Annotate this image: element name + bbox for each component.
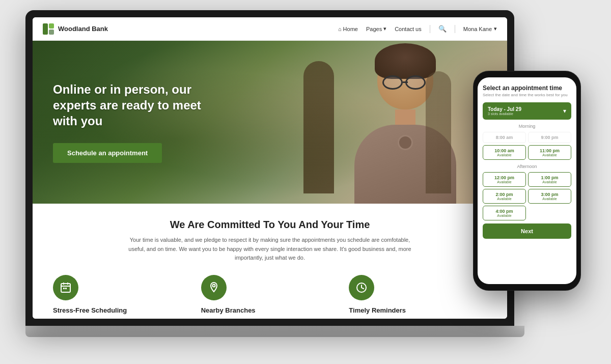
nav-user[interactable]: Mona Kane ▾ bbox=[463, 25, 497, 32]
logo-text: Woodland Bank bbox=[58, 25, 108, 33]
laptop-base bbox=[25, 326, 524, 337]
hero-title: Online or in person, our experts are rea… bbox=[53, 81, 226, 129]
nav-pages[interactable]: Pages ▾ bbox=[366, 25, 386, 32]
hero-section: Online or in person, our experts are rea… bbox=[33, 41, 507, 204]
time-slot-2pm[interactable]: 2:00 pm Available bbox=[483, 189, 526, 204]
laptop-frame: Woodland Bank ⌂ Home Pages ▾ Contact us bbox=[25, 10, 514, 326]
calendar-icon bbox=[53, 275, 78, 300]
phone-app-title: Select an appointment time bbox=[483, 85, 571, 92]
nav-home[interactable]: ⌂ Home bbox=[338, 26, 358, 32]
svg-rect-8 bbox=[65, 288, 67, 289]
person-head bbox=[377, 51, 433, 109]
website-content: Woodland Bank ⌂ Home Pages ▾ Contact us bbox=[33, 17, 507, 319]
feature-item-reminders: Timely Reminders Our automated confirmat… bbox=[349, 275, 487, 319]
svg-rect-1 bbox=[49, 23, 54, 29]
glasses-right bbox=[405, 75, 426, 90]
features-title: We Are Committed To You And Your Time bbox=[53, 219, 487, 231]
search-icon[interactable]: 🔍 bbox=[438, 25, 447, 33]
features-section: We Are Committed To You And Your Time Yo… bbox=[33, 204, 507, 319]
time-slot-3pm[interactable]: 3:00 pm Available bbox=[528, 189, 571, 204]
morning-slots: 8:00 am 9:00 pm 10:00 am Available 11:00… bbox=[483, 132, 571, 160]
svg-rect-0 bbox=[43, 23, 48, 35]
location-icon bbox=[201, 275, 227, 300]
features-grid: Stress-Free Scheduling Our online schedu… bbox=[53, 275, 487, 319]
necklace-detail bbox=[398, 135, 413, 150]
bg-person-1 bbox=[303, 61, 334, 193]
clock-icon bbox=[349, 275, 374, 300]
logo-area: Woodland Bank bbox=[43, 23, 108, 35]
feature-item-scheduling: Stress-Free Scheduling Our online schedu… bbox=[53, 275, 191, 319]
time-slot-12pm[interactable]: 12:00 pm Available bbox=[483, 172, 526, 187]
nav-links: ⌂ Home Pages ▾ Contact us 🔍 Mona Kane bbox=[338, 25, 497, 33]
time-slot-8am[interactable]: 8:00 am bbox=[483, 132, 526, 143]
afternoon-label: Afternoon bbox=[483, 164, 571, 169]
time-slot-11pm[interactable]: 11:00 pm Available bbox=[528, 145, 571, 160]
time-slot-4pm[interactable]: 4:00 pm Available bbox=[483, 206, 526, 220]
date-selector[interactable]: Today - Jul 29 3 slots available ▾ bbox=[483, 102, 571, 120]
feature-title-branches: Nearby Branches bbox=[201, 306, 256, 314]
phone-screen: Select an appointment time Select the da… bbox=[478, 77, 576, 284]
glasses-bridge bbox=[403, 81, 408, 83]
phone-frame: Select an appointment time Select the da… bbox=[474, 71, 580, 290]
nav-contact[interactable]: Contact us bbox=[395, 26, 422, 32]
hero-content: Online or in person, our experts are rea… bbox=[33, 61, 246, 184]
features-subtitle: Your time is valuable, and we pledge to … bbox=[122, 236, 418, 263]
svg-point-9 bbox=[212, 284, 215, 287]
user-chevron-icon: ▾ bbox=[494, 25, 497, 32]
laptop-screen: Woodland Bank ⌂ Home Pages ▾ Contact us bbox=[33, 17, 507, 319]
time-slot-10am[interactable]: 10:00 am Available bbox=[483, 145, 526, 160]
date-slots: 3 slots available bbox=[488, 112, 521, 116]
feature-title-scheduling: Stress-Free Scheduling bbox=[53, 306, 127, 314]
logo-icon bbox=[43, 23, 54, 35]
nav-divider bbox=[430, 25, 430, 33]
hero-image bbox=[303, 41, 487, 204]
laptop-device: Woodland Bank ⌂ Home Pages ▾ Contact us bbox=[25, 10, 524, 346]
feature-desc-branches: We make it easy to choose the location t… bbox=[201, 318, 335, 319]
person-hair bbox=[375, 43, 436, 79]
glasses-left bbox=[382, 75, 403, 90]
svg-rect-7 bbox=[63, 288, 65, 289]
phone-device: Select an appointment time Select the da… bbox=[474, 71, 580, 290]
phone-notch bbox=[512, 71, 542, 75]
nav-divider-2 bbox=[455, 25, 455, 33]
chevron-down-icon: ▾ bbox=[563, 107, 566, 115]
feature-title-reminders: Timely Reminders bbox=[349, 306, 406, 314]
next-button[interactable]: Next bbox=[483, 223, 571, 239]
person-neck bbox=[395, 109, 415, 125]
morning-label: Morning bbox=[483, 124, 571, 129]
chevron-down-icon: ▾ bbox=[383, 25, 386, 32]
bg-person-2 bbox=[426, 71, 451, 193]
feature-desc-scheduling: Our online scheduler makes it easy to ge… bbox=[53, 318, 191, 319]
feature-item-branches: Nearby Branches We make it easy to choos… bbox=[201, 275, 339, 319]
time-slot-1pm[interactable]: 1:00 pm Available bbox=[528, 172, 571, 187]
time-slot-9pm[interactable]: 9:00 pm bbox=[528, 132, 571, 143]
schedule-appointment-button[interactable]: Schedule an appointment bbox=[53, 143, 162, 163]
navbar: Woodland Bank ⌂ Home Pages ▾ Contact us bbox=[33, 17, 507, 41]
phone-app-subtitle: Select the date and time the works best … bbox=[483, 93, 571, 97]
date-label: Today - Jul 29 bbox=[488, 106, 521, 112]
phone-app-content: Select an appointment time Select the da… bbox=[478, 77, 576, 246]
afternoon-slots: 12:00 pm Available 1:00 pm Available 2:0… bbox=[483, 172, 571, 220]
home-icon: ⌂ bbox=[338, 26, 342, 32]
feature-desc-reminders: Our automated confirmation and reminder … bbox=[349, 318, 487, 319]
svg-rect-2 bbox=[49, 30, 54, 35]
